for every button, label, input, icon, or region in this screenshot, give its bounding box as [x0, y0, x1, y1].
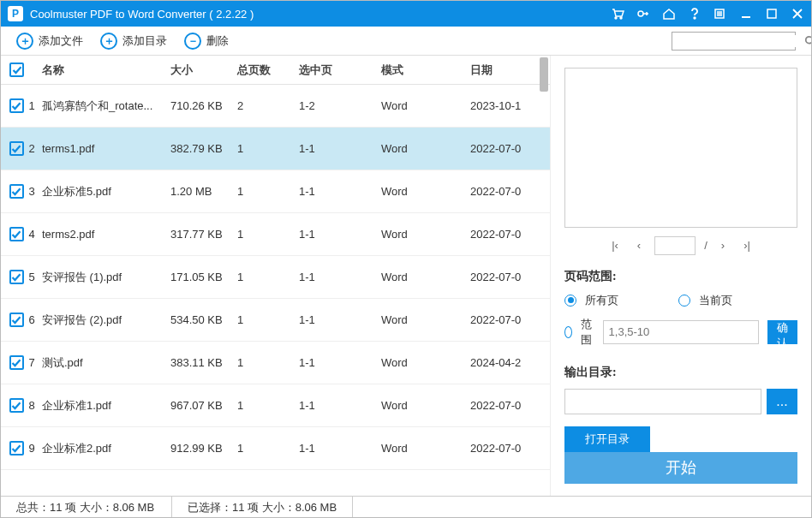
- titlebar: P Coolmuster PDF to Word Converter ( 2.2…: [1, 1, 811, 27]
- search-box[interactable]: [672, 32, 796, 51]
- menu-icon[interactable]: [713, 7, 727, 21]
- row-selected-pages: 1-1: [299, 142, 381, 155]
- radio-current-page-label: 当前页: [699, 293, 732, 308]
- row-mode: Word: [381, 142, 470, 155]
- row-index: 6: [29, 313, 42, 326]
- select-all-checkbox[interactable]: [9, 63, 24, 77]
- maximize-icon[interactable]: [765, 7, 779, 21]
- row-name: 安评报告 (1).pdf: [42, 270, 170, 285]
- range-input[interactable]: [603, 320, 759, 344]
- add-file-label: 添加文件: [39, 33, 83, 49]
- row-checkbox[interactable]: [9, 141, 24, 156]
- table-row[interactable]: 2terms1.pdf382.79 KB11-1Word2022-07-0: [1, 128, 550, 170]
- row-index: 4: [29, 228, 42, 241]
- delete-label: 删除: [206, 33, 229, 49]
- search-input[interactable]: [676, 35, 804, 47]
- row-pages: 2: [237, 99, 299, 112]
- row-checkbox[interactable]: [9, 98, 24, 113]
- row-mode: Word: [381, 442, 470, 455]
- header-size[interactable]: 大小: [170, 63, 237, 78]
- minimize-icon[interactable]: [739, 7, 753, 21]
- radio-range[interactable]: [564, 326, 572, 338]
- add-folder-button[interactable]: ＋ 添加目录: [100, 33, 167, 50]
- page-input[interactable]: [654, 236, 696, 255]
- table-row[interactable]: 9企业标准2.pdf912.99 KB11-1Word2022-07-0: [1, 427, 550, 470]
- table-row[interactable]: 6安评报告 (2).pdf534.50 KB11-1Word2022-07-0: [1, 299, 550, 342]
- table-body: 1孤鸿寡鹄个和_rotate...710.26 KB21-2Word2023-1…: [1, 85, 550, 496]
- row-size: 1.20 MB: [170, 185, 237, 198]
- search-icon[interactable]: [804, 35, 812, 47]
- row-index: 8: [29, 399, 42, 412]
- output-dir-input[interactable]: [564, 389, 761, 414]
- row-pages: 1: [237, 399, 299, 412]
- table-row[interactable]: 7测试.pdf383.11 KB11-1Word2024-04-2: [1, 342, 550, 384]
- row-index: 7: [29, 356, 42, 369]
- header-name[interactable]: 名称: [42, 63, 170, 78]
- row-index: 3: [29, 185, 42, 198]
- add-file-button[interactable]: ＋ 添加文件: [16, 33, 83, 50]
- row-pages: 1: [237, 313, 299, 326]
- row-checkbox[interactable]: [9, 270, 24, 284]
- row-selected-pages: 1-1: [299, 271, 381, 283]
- row-index: 9: [29, 442, 42, 455]
- table-row[interactable]: 5安评报告 (1).pdf171.05 KB11-1Word2022-07-0: [1, 256, 550, 299]
- first-page-icon[interactable]: |‹: [606, 237, 624, 253]
- svg-point-2: [638, 11, 643, 16]
- row-size: 382.79 KB: [170, 142, 237, 155]
- prev-page-icon[interactable]: ‹: [632, 237, 646, 253]
- row-pages: 1: [237, 271, 299, 283]
- row-checkbox[interactable]: [9, 313, 24, 327]
- header-selected[interactable]: 选中页: [299, 63, 381, 78]
- radio-all-pages[interactable]: [564, 295, 576, 307]
- svg-point-1: [620, 17, 622, 19]
- table-row[interactable]: 1孤鸿寡鹄个和_rotate...710.26 KB21-2Word2023-1…: [1, 85, 550, 128]
- output-dir-label: 输出目录:: [564, 365, 797, 380]
- home-icon[interactable]: [662, 7, 676, 21]
- table-row[interactable]: 8企业标准1.pdf967.07 KB11-1Word2022-07-0: [1, 384, 550, 427]
- preview-pane: [564, 68, 797, 228]
- key-icon[interactable]: [636, 7, 650, 21]
- help-icon[interactable]: [688, 7, 702, 21]
- row-mode: Word: [381, 228, 470, 241]
- row-checkbox[interactable]: [9, 184, 24, 199]
- header-mode[interactable]: 模式: [381, 63, 470, 78]
- row-pages: 1: [237, 142, 299, 155]
- row-date: 2022-07-0: [470, 399, 550, 412]
- cart-icon[interactable]: [611, 7, 624, 21]
- table-header: 名称 大小 总页数 选中页 模式 日期: [1, 56, 550, 85]
- row-selected-pages: 1-1: [299, 313, 381, 326]
- delete-button[interactable]: － 删除: [184, 33, 229, 50]
- table-row[interactable]: 3企业标准5.pdf1.20 MB11-1Word2022-07-0: [1, 170, 550, 213]
- row-selected-pages: 1-2: [299, 99, 381, 112]
- svg-point-6: [806, 36, 812, 43]
- row-checkbox[interactable]: [9, 227, 24, 241]
- status-selected: 已选择：11 项 大小：8.06 MB: [172, 497, 353, 518]
- row-checkbox[interactable]: [9, 355, 24, 370]
- row-name: 企业标准1.pdf: [42, 398, 170, 414]
- row-date: 2022-07-0: [470, 228, 550, 241]
- browse-button[interactable]: ...: [767, 389, 797, 414]
- status-total: 总共：11 项 大小：8.06 MB: [1, 497, 172, 518]
- open-folder-button[interactable]: 打开目录: [564, 426, 650, 452]
- row-pages: 1: [237, 356, 299, 369]
- close-icon[interactable]: [791, 7, 804, 21]
- row-name: 孤鸿寡鹄个和_rotate...: [42, 98, 170, 114]
- row-size: 912.99 KB: [170, 442, 237, 455]
- header-pages[interactable]: 总页数: [237, 63, 299, 78]
- last-page-icon[interactable]: ›|: [738, 237, 755, 253]
- row-date: 2022-07-0: [470, 142, 550, 155]
- header-date[interactable]: 日期: [470, 63, 550, 78]
- scrollbar[interactable]: [540, 57, 548, 92]
- radio-current-page[interactable]: [678, 295, 690, 307]
- row-checkbox[interactable]: [9, 398, 24, 413]
- row-size: 317.77 KB: [170, 228, 237, 241]
- table-row[interactable]: 4terms2.pdf317.77 KB11-1Word2022-07-0: [1, 213, 550, 256]
- confirm-button[interactable]: 确认: [767, 320, 797, 344]
- row-date: 2023-10-1: [470, 99, 550, 112]
- row-mode: Word: [381, 99, 470, 112]
- start-button[interactable]: 开始: [564, 452, 797, 484]
- next-page-icon[interactable]: ›: [716, 237, 730, 253]
- row-date: 2022-07-0: [470, 271, 550, 283]
- svg-point-0: [615, 17, 617, 19]
- row-checkbox[interactable]: [9, 441, 24, 455]
